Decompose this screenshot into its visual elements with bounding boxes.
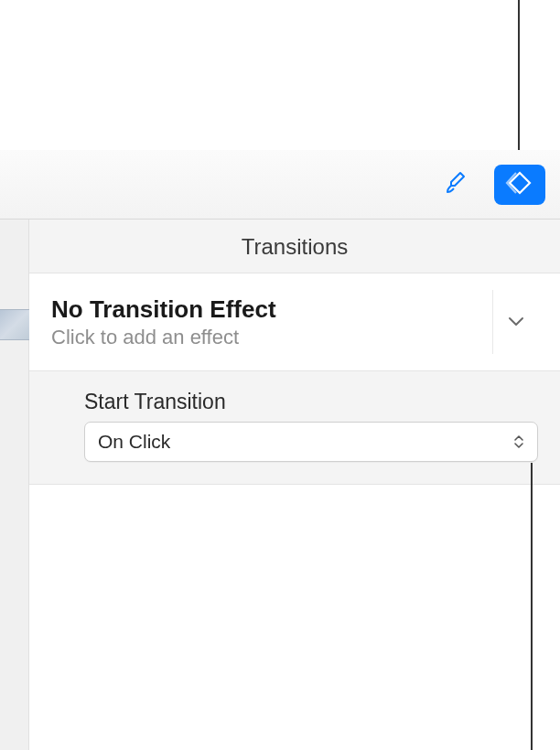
- start-transition-label: Start Transition: [84, 390, 538, 414]
- effect-disclosure-button[interactable]: [492, 290, 538, 354]
- transition-effect-row[interactable]: No Transition Effect Click to add an eff…: [29, 273, 560, 371]
- toolbar: [0, 150, 560, 220]
- panel-title: Transitions: [29, 220, 560, 273]
- callout-line-side: [531, 463, 533, 750]
- start-transition-select[interactable]: On Click: [84, 422, 538, 462]
- effect-text-block: No Transition Effect Click to add an eff…: [51, 295, 481, 349]
- transition-settings-section: Start Transition On Click: [29, 371, 560, 485]
- slide-navigator-edge: [0, 220, 29, 750]
- effect-title: No Transition Effect: [51, 295, 481, 324]
- slide-thumbnail[interactable]: [0, 309, 29, 340]
- animate-tab-button[interactable]: [494, 165, 545, 205]
- inspector-panel: Transitions No Transition Effect Click t…: [0, 150, 560, 750]
- effect-subtitle: Click to add an effect: [51, 326, 481, 349]
- callout-line-top: [518, 0, 520, 150]
- paintbrush-icon: [442, 169, 469, 200]
- select-value: On Click: [98, 431, 513, 453]
- panel-content: Transitions No Transition Effect Click t…: [29, 220, 560, 485]
- updown-icon: [513, 434, 524, 449]
- diamond-icon: [504, 170, 535, 199]
- chevron-down-icon: [508, 314, 524, 330]
- format-tab-button[interactable]: [430, 165, 481, 205]
